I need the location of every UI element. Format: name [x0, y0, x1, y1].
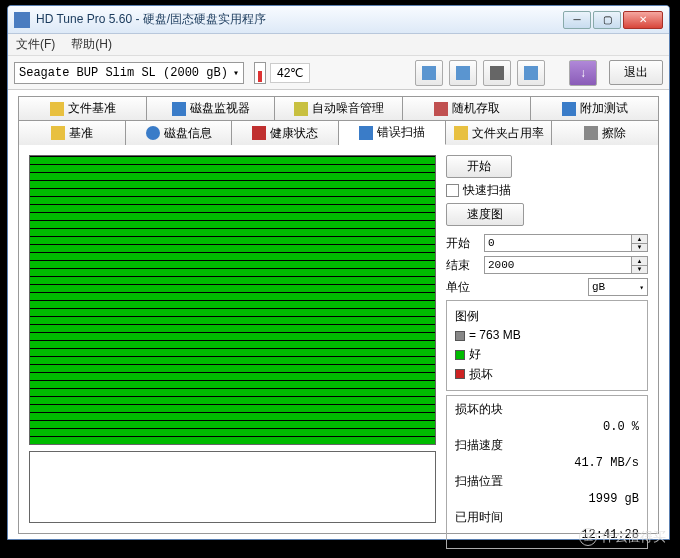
tab-disk-info[interactable]: 磁盘信息 — [126, 120, 233, 145]
end-spinner[interactable]: ▲▼ — [484, 256, 648, 274]
copy-icon — [422, 66, 436, 80]
legend-bad-label: 损坏 — [469, 367, 493, 381]
speed-value: 41.7 MB/s — [455, 454, 639, 472]
quick-scan-row[interactable]: 快速扫描 — [446, 182, 648, 199]
start-field-row: 开始 ▲▼ — [446, 234, 648, 252]
copy2-button[interactable] — [449, 60, 477, 86]
start-input[interactable] — [484, 234, 632, 252]
speedmap-button[interactable]: 速度图 — [446, 203, 524, 226]
tab-disk-monitor[interactable]: 磁盘监视器 — [147, 96, 275, 120]
info-icon — [146, 126, 160, 140]
save-button[interactable] — [517, 60, 545, 86]
stats-box: 损坏的块 0.0 % 扫描速度 41.7 MB/s 扫描位置 1999 gB 已… — [446, 395, 648, 549]
close-button[interactable]: ✕ — [623, 11, 663, 29]
main-area: 文件基准 磁盘监视器 自动噪音管理 随机存取 附加测试 基准 磁盘信息 健康状态… — [8, 90, 669, 544]
end-label: 结束 — [446, 257, 480, 274]
benchmark-icon — [50, 102, 64, 116]
legend-title: 图例 — [455, 307, 639, 326]
content-frame: 开始 快速扫描 速度图 开始 ▲▼ 结束 ▲▼ 单位 gB 图 — [18, 144, 659, 534]
minimize-button[interactable]: ─ — [563, 11, 591, 29]
titlebar[interactable]: HD Tune Pro 5.60 - 硬盘/固态硬盘实用程序 ─ ▢ ✕ — [8, 6, 669, 34]
legend-ok-label: 好 — [469, 347, 481, 361]
tabs-row-1: 文件基准 磁盘监视器 自动噪音管理 随机存取 附加测试 — [18, 96, 659, 120]
position-value: 1999 gB — [455, 490, 639, 508]
tab-aam[interactable]: 自动噪音管理 — [275, 96, 403, 120]
arrow-down-icon: ↓ — [580, 66, 586, 80]
legend-bad-swatch — [455, 369, 465, 379]
thermometer-icon — [254, 62, 266, 84]
magnify-icon — [359, 126, 373, 140]
start-spinner[interactable]: ▲▼ — [484, 234, 648, 252]
damaged-label: 损坏的块 — [455, 400, 639, 418]
monitor-icon — [172, 102, 186, 116]
speed-label: 扫描速度 — [455, 436, 639, 454]
tab-extra-tests[interactable]: 附加测试 — [531, 96, 659, 120]
spin-up-icon[interactable]: ▲ — [632, 235, 647, 244]
unit-label: 单位 — [446, 279, 480, 296]
extra-icon — [562, 102, 576, 116]
tab-folder-usage[interactable]: 文件夹占用率 — [446, 120, 553, 145]
screenshot-button[interactable] — [483, 60, 511, 86]
legend-ok-swatch — [455, 350, 465, 360]
spin-up-icon[interactable]: ▲ — [632, 257, 647, 266]
random-icon — [434, 102, 448, 116]
toolbar: Seagate BUP Slim SL (2000 gB) 42℃ ↓ 退出 — [8, 56, 669, 90]
copy-button[interactable] — [415, 60, 443, 86]
window-buttons: ─ ▢ ✕ — [563, 11, 663, 29]
speaker-icon — [294, 102, 308, 116]
quick-scan-checkbox[interactable] — [446, 184, 459, 197]
legend-block-swatch — [455, 331, 465, 341]
position-label: 扫描位置 — [455, 472, 639, 490]
quick-scan-label: 快速扫描 — [463, 182, 511, 199]
window-title: HD Tune Pro 5.60 - 硬盘/固态硬盘实用程序 — [36, 11, 563, 28]
temperature-display: 42℃ — [254, 62, 310, 84]
legend-block-label: = 763 MB — [469, 328, 521, 342]
scan-block-map — [29, 155, 436, 445]
watermark: 值 什么值得买 — [579, 528, 666, 546]
main-window: HD Tune Pro 5.60 - 硬盘/固态硬盘实用程序 ─ ▢ ✕ 文件(… — [7, 5, 670, 540]
spin-down-icon[interactable]: ▼ — [632, 266, 647, 274]
camera-icon — [490, 66, 504, 80]
damaged-value: 0.0 % — [455, 418, 639, 436]
end-field-row: 结束 ▲▼ — [446, 256, 648, 274]
end-input[interactable] — [484, 256, 632, 274]
tab-random-access[interactable]: 随机存取 — [403, 96, 531, 120]
trash-icon — [584, 126, 598, 140]
tab-file-benchmark[interactable]: 文件基准 — [18, 96, 147, 120]
exit-button[interactable]: 退出 — [609, 60, 663, 85]
watermark-icon: 值 — [579, 528, 597, 546]
menu-file[interactable]: 文件(F) — [16, 36, 55, 53]
tabs-row-2: 基准 磁盘信息 健康状态 错误扫描 文件夹占用率 擦除 — [18, 120, 659, 145]
scan-column — [29, 155, 436, 523]
app-icon — [14, 12, 30, 28]
tab-health[interactable]: 健康状态 — [232, 120, 339, 145]
scan-output-box — [29, 451, 436, 523]
elapsed-label: 已用时间 — [455, 508, 639, 526]
bulb-icon — [51, 126, 65, 140]
tab-benchmark[interactable]: 基准 — [18, 120, 126, 145]
start-button[interactable]: 开始 — [446, 155, 512, 178]
spin-down-icon[interactable]: ▼ — [632, 244, 647, 252]
unit-select[interactable]: gB — [588, 278, 648, 296]
copy-icon — [456, 66, 470, 80]
watermark-text: 什么值得买 — [601, 528, 666, 546]
temperature-value: 42℃ — [270, 63, 310, 83]
folder-icon — [454, 126, 468, 140]
tab-erase[interactable]: 擦除 — [552, 120, 659, 145]
maximize-button[interactable]: ▢ — [593, 11, 621, 29]
start-label: 开始 — [446, 235, 480, 252]
down-button[interactable]: ↓ — [569, 60, 597, 86]
menu-help[interactable]: 帮助(H) — [71, 36, 112, 53]
drive-select-value: Seagate BUP Slim SL (2000 gB) — [19, 66, 228, 80]
drive-select[interactable]: Seagate BUP Slim SL (2000 gB) — [14, 62, 244, 84]
unit-field-row: 单位 gB — [446, 278, 648, 296]
tab-error-scan[interactable]: 错误扫描 — [339, 120, 446, 145]
menubar: 文件(F) 帮助(H) — [8, 34, 669, 56]
plus-icon — [252, 126, 266, 140]
side-column: 开始 快速扫描 速度图 开始 ▲▼ 结束 ▲▼ 单位 gB 图 — [446, 155, 648, 523]
legend-box: 图例 = 763 MB 好 损坏 — [446, 300, 648, 391]
save-icon — [524, 66, 538, 80]
